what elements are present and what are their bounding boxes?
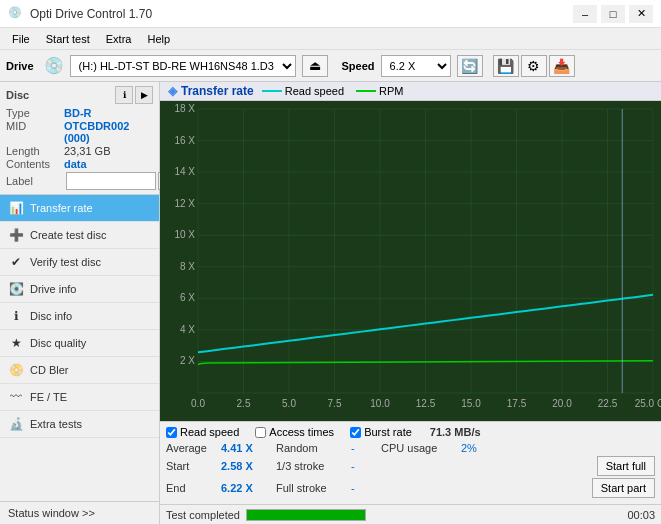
mid-value: OTCBDR002 (000) bbox=[64, 120, 153, 144]
label-input[interactable] bbox=[66, 172, 156, 190]
access-times-checkbox[interactable]: Access times bbox=[255, 426, 334, 438]
access-times-check-input[interactable] bbox=[255, 427, 266, 438]
end-label: End bbox=[166, 482, 221, 494]
disc-action-icons: ℹ ▶ bbox=[115, 86, 153, 104]
nav-disc-quality-label: Disc quality bbox=[30, 337, 86, 349]
nav-items: 📊 Transfer rate ➕ Create test disc ✔ Ver… bbox=[0, 195, 159, 501]
nav-disc-info[interactable]: ℹ Disc info bbox=[0, 303, 159, 330]
speed-select[interactable]: 6.2 X bbox=[381, 55, 451, 77]
nav-drive-info[interactable]: 💽 Drive info bbox=[0, 276, 159, 303]
burst-rate-value: 71.3 MB/s bbox=[430, 426, 481, 438]
nav-cd-bler[interactable]: 📀 CD Bler bbox=[0, 357, 159, 384]
disc-icon-btn-2[interactable]: ▶ bbox=[135, 86, 153, 104]
app-title: Opti Drive Control 1.70 bbox=[30, 7, 573, 21]
start-value: 2.58 X bbox=[221, 460, 276, 472]
menu-file[interactable]: File bbox=[4, 31, 38, 47]
nav-transfer-rate-label: Transfer rate bbox=[30, 202, 93, 214]
bottom-time: 00:03 bbox=[627, 509, 655, 521]
read-speed-check-label: Read speed bbox=[180, 426, 239, 438]
disc-button[interactable]: 💾 bbox=[493, 55, 519, 77]
nav-verify-disc-label: Verify test disc bbox=[30, 256, 101, 268]
status-completed-text: Test completed bbox=[166, 509, 240, 521]
maximize-button[interactable]: □ bbox=[601, 5, 625, 23]
status-window-button[interactable]: Status window >> bbox=[0, 502, 159, 524]
access-times-check-label: Access times bbox=[269, 426, 334, 438]
menubar: File Start test Extra Help bbox=[0, 28, 661, 50]
start-full-button[interactable]: Start full bbox=[597, 456, 655, 476]
stats-rows: Average 4.41 X Random - CPU usage 2% Sta… bbox=[166, 440, 655, 502]
burst-rate-check-label: Burst rate bbox=[364, 426, 412, 438]
close-button[interactable]: ✕ bbox=[629, 5, 653, 23]
mid-label: MID bbox=[6, 120, 64, 144]
full-stroke-label: Full stroke bbox=[276, 482, 351, 494]
save-button[interactable]: 📥 bbox=[549, 55, 575, 77]
disc-info-icon-btn[interactable]: ℹ bbox=[115, 86, 133, 104]
disc-title: Disc bbox=[6, 89, 29, 101]
right-panel: ◈ Transfer rate Read speed RPM bbox=[160, 82, 661, 524]
disc-info-nav-icon: ℹ bbox=[8, 308, 24, 324]
disc-header: Disc ℹ ▶ bbox=[6, 86, 153, 104]
legend-read-speed-color bbox=[262, 90, 282, 92]
mid-row: MID OTCBDR002 (000) bbox=[6, 120, 153, 144]
chart-icon: ◈ bbox=[168, 84, 177, 98]
drive-select[interactable]: (H:) HL-DT-ST BD-RE WH16NS48 1.D3 bbox=[70, 55, 296, 77]
chart-legend: Read speed RPM bbox=[262, 85, 404, 97]
settings-button[interactable]: ⚙ bbox=[521, 55, 547, 77]
left-panel: Disc ℹ ▶ Type BD-R MID OTCBDR002 (000) L… bbox=[0, 82, 160, 524]
extra-tests-icon: 🔬 bbox=[8, 416, 24, 432]
speed-label: Speed bbox=[342, 60, 375, 72]
burst-rate-checkbox[interactable]: Burst rate bbox=[350, 426, 412, 438]
legend-read-speed: Read speed bbox=[262, 85, 344, 97]
contents-row: Contents data bbox=[6, 158, 153, 170]
drive-info-icon: 💽 bbox=[8, 281, 24, 297]
drivebar: Drive 💿 (H:) HL-DT-ST BD-RE WH16NS48 1.D… bbox=[0, 50, 661, 82]
disc-quality-icon: ★ bbox=[8, 335, 24, 351]
read-speed-checkbox[interactable]: Read speed bbox=[166, 426, 239, 438]
nav-extra-tests[interactable]: 🔬 Extra tests bbox=[0, 411, 159, 438]
status-window-label: Status window >> bbox=[8, 507, 95, 519]
cpu-usage-label: CPU usage bbox=[381, 442, 461, 454]
nav-disc-quality[interactable]: ★ Disc quality bbox=[0, 330, 159, 357]
legend-rpm-color bbox=[356, 90, 376, 92]
app-icon: 💿 bbox=[8, 6, 24, 22]
stroke-1-3-value: - bbox=[351, 460, 381, 472]
main-area: Disc ℹ ▶ Type BD-R MID OTCBDR002 (000) L… bbox=[0, 82, 661, 524]
length-value: 23,31 GB bbox=[64, 145, 110, 157]
menu-start-test[interactable]: Start test bbox=[38, 31, 98, 47]
nav-verify-test-disc[interactable]: ✔ Verify test disc bbox=[0, 249, 159, 276]
start-part-button[interactable]: Start part bbox=[592, 478, 655, 498]
disc-info-table: Type BD-R MID OTCBDR002 (000) Length 23,… bbox=[6, 107, 153, 190]
window-controls: – □ ✕ bbox=[573, 5, 653, 23]
titlebar: 💿 Opti Drive Control 1.70 – □ ✕ bbox=[0, 0, 661, 28]
transfer-rate-icon: 📊 bbox=[8, 200, 24, 216]
nav-create-test-disc[interactable]: ➕ Create test disc bbox=[0, 222, 159, 249]
menu-extra[interactable]: Extra bbox=[98, 31, 140, 47]
contents-label: Contents bbox=[6, 158, 64, 170]
legend-read-speed-label: Read speed bbox=[285, 85, 344, 97]
menu-help[interactable]: Help bbox=[139, 31, 178, 47]
fe-te-icon: 〰 bbox=[8, 389, 24, 405]
refresh-button[interactable]: 🔄 bbox=[457, 55, 483, 77]
full-stroke-value: - bbox=[351, 482, 381, 494]
disc-section: Disc ℹ ▶ Type BD-R MID OTCBDR002 (000) L… bbox=[0, 82, 159, 195]
cpu-usage-value: 2% bbox=[461, 442, 655, 454]
average-value: 4.41 X bbox=[221, 442, 276, 454]
eject-button[interactable]: ⏏ bbox=[302, 55, 328, 77]
bottom-status-bar: Test completed 00:03 bbox=[160, 504, 661, 524]
cd-bler-icon: 📀 bbox=[8, 362, 24, 378]
drive-label: Drive bbox=[6, 60, 34, 72]
length-label: Length bbox=[6, 145, 64, 157]
label-row: Label 🔍 bbox=[6, 172, 153, 190]
length-row: Length 23,31 GB bbox=[6, 145, 153, 157]
type-value: BD-R bbox=[64, 107, 92, 119]
create-disc-icon: ➕ bbox=[8, 227, 24, 243]
nav-fe-te[interactable]: 〰 FE / TE bbox=[0, 384, 159, 411]
type-label: Type bbox=[6, 107, 64, 119]
transfer-chart-canvas bbox=[160, 101, 661, 421]
checkboxes-row: Read speed Access times Burst rate 71.3 … bbox=[166, 424, 655, 440]
read-speed-check-input[interactable] bbox=[166, 427, 177, 438]
minimize-button[interactable]: – bbox=[573, 5, 597, 23]
burst-rate-check-input[interactable] bbox=[350, 427, 361, 438]
contents-value: data bbox=[64, 158, 87, 170]
nav-transfer-rate[interactable]: 📊 Transfer rate bbox=[0, 195, 159, 222]
